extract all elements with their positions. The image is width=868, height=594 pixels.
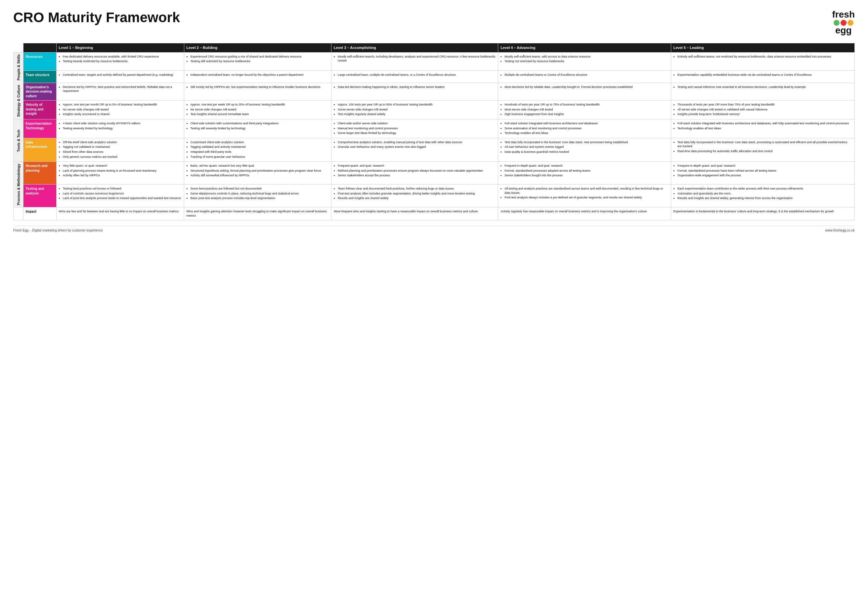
content-cell: Test data fully incorporated in the busi… [498,138,671,161]
impact-row: ImpactWins are few and far between and a… [13,207,855,220]
content-cell: Frequent quant. and qual. researchRefine… [331,162,498,184]
content-cell: Experimentation capability embedded busi… [671,71,855,83]
footer-left: Fresh Egg – Digital marketing driven by … [13,228,103,232]
content-cell: Team follows clear and documented best-p… [331,184,498,207]
header-level1: Level 1 – Beginning [56,43,184,53]
content-cell: Client-side and/or server-side solutionM… [331,119,498,138]
table-header-row: Level 1 – Beginning Level 2 – Building L… [13,43,855,53]
content-cell: Full-stack solution integrated with busi… [671,119,855,138]
content-cell: Off-the-shelf client-side analytics solu… [56,138,184,161]
footer-right: www.freshegg.co.uk [825,228,855,232]
content-cell: Client-side solution with customisations… [184,119,331,138]
row-label: Organisation's decision-making culture [23,83,56,100]
content-cell: Decisions led by HIPPOs, best practice a… [56,83,184,100]
content-cell: Frequent in-depth quant. and qual. resea… [498,162,671,184]
table-row: Team structureCentralised team: targets … [13,71,855,83]
content-cell: Hundreds of tests per year OR up to 75% … [498,100,671,119]
impact-section-empty [13,207,24,220]
page-header: CRO Maturity Framework fresh egg [13,10,855,35]
section-label: People & Skills [13,52,24,83]
content-cell: Entirely self-sufficient teams, not rest… [671,52,855,71]
row-label: Testing and analysis [23,184,56,207]
content-cell: Still mostly led by HIPPOs etc. but expe… [184,83,331,100]
content-cell: Experienced CRO resource guiding a mix o… [184,52,331,71]
section-label: Strategy & Culture [13,83,24,119]
table-row: People & SkillsResourcesFew dedicated de… [13,52,855,71]
impact-cell: Wins are few and far between and are hav… [56,207,184,220]
impact-cell: Wins and insights gaining attention howe… [184,207,331,220]
logo-text-fresh: fresh [832,10,855,19]
content-cell: Testing and causal inference now essenti… [671,83,855,100]
content-cell: Large centralised team, multiple de-cent… [331,71,498,83]
content-cell: Approx. one test per month OR up to 5% o… [56,100,184,119]
content-cell: Centralised team: targets and activity d… [56,71,184,83]
content-cell: Mostly self-sufficient team/s, including… [331,52,498,71]
content-cell: Testing best-practices not known or foll… [56,184,184,207]
content-cell: Multiple de-centralised teams or Centre … [498,71,671,83]
row-label: Experimentation Technology [23,119,56,138]
header-level3: Level 3 – Accomplishing [331,43,498,53]
logo-area: fresh egg [832,10,855,35]
header-level4: Level 4 – Advancing [498,43,671,53]
content-cell: Comprehensive analytics solution, enabli… [331,138,498,161]
content-cell: Most decisions led by reliable data. Lea… [498,83,671,100]
section-label: Process & Methodology [13,162,24,207]
table-row: Strategy & CultureOrganisation's decisio… [13,83,855,100]
header-empty-1 [13,43,24,53]
section-label: Tools & Tech [13,119,24,162]
table-row: Process & MethodologyResearch and planni… [13,162,855,184]
content-cell: Thousands of tests per year OR more than… [671,100,855,119]
row-label: Research and planning [23,162,56,184]
page-title: CRO Maturity Framework [13,10,180,25]
impact-cell: Experimentation is fundamental to the bu… [671,207,855,220]
logo-text-egg: egg [835,26,852,35]
content-cell: Approx. one test per week OR up to 25% o… [184,100,331,119]
page-footer: Fresh Egg – Digital marketing driven by … [13,226,855,232]
content-cell: Data-led decision-making happening in si… [331,83,498,100]
content-cell: Frequent in-depth quant. and qual. resea… [671,162,855,184]
content-cell: Approx. 100 tests per year OR up to 50% … [331,100,498,119]
row-label: Velocity of testing and insight [23,100,56,119]
row-label: Data infrastructure [23,138,56,161]
row-label: Resources [23,52,56,71]
table-row: Data infrastructureOff-the-shelf client-… [13,138,855,161]
content-cell: Test data fully incorporated in the busi… [671,138,855,161]
content-cell: All testing and analysis practices are s… [498,184,671,207]
header-level2: Level 2 – Building [184,43,331,53]
table-row: Velocity of testing and insightApprox. o… [13,100,855,119]
row-label: Team structure [23,71,56,83]
impact-cell: Activity regularly has measurable impact… [498,207,671,220]
content-cell: Basic, ad-hoc quant. research but very l… [184,162,331,184]
content-cell: Very little quant. or qual. researchLack… [56,162,184,184]
content-cell: Mostly self-sufficient teams, with acces… [498,52,671,71]
content-cell: A basic client-side solution using mostl… [56,119,184,138]
content-cell: Some best-practices are followed but not… [184,184,331,207]
maturity-table: Level 1 – Beginning Level 2 – Building L… [13,43,855,220]
content-cell: Independent centralised team: no longer … [184,71,331,83]
content-cell: Each experimentation team contributes to… [671,184,855,207]
header-empty-2 [23,43,56,53]
table-row: Tools & TechExperimentation TechnologyA … [13,119,855,138]
table-row: Testing and analysisTesting best-practic… [13,184,855,207]
content-cell: Few dedicated delivery resources availab… [56,52,184,71]
content-cell: Full-stack solution integrated with busi… [498,119,671,138]
impact-label: Impact [23,207,56,220]
header-level5: Level 5 – Leading [671,43,855,53]
content-cell: Customised client-side analytics solutio… [184,138,331,161]
impact-cell: More frequent wins and insights starting… [331,207,498,220]
